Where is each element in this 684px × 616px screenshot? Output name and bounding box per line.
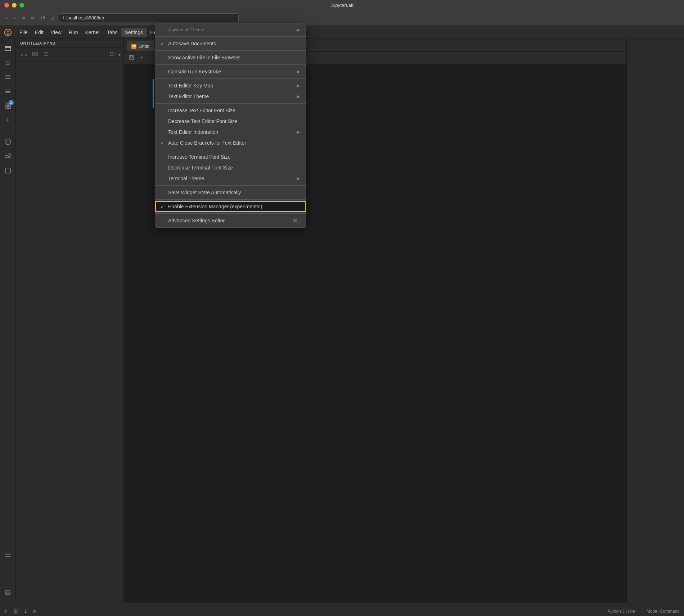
svg-point-12 — [7, 142, 8, 144]
menu-edit[interactable]: Edit — [31, 28, 47, 37]
menu-text-editor-theme[interactable]: Text Editor Theme ▶ — [155, 91, 306, 102]
separator-6 — [155, 150, 306, 150]
advanced-settings-shortcut: ⌘ , — [293, 218, 300, 223]
separator-3 — [155, 64, 306, 65]
extensions-badge: 1 — [9, 100, 14, 105]
svg-rect-2 — [5, 90, 10, 90]
menu-file[interactable]: File — [16, 28, 31, 37]
icon-sidebar: ◻ 1 + — [0, 39, 16, 603]
sidebar-icon-tabs[interactable] — [1, 85, 14, 98]
menu-console-run-keystroke[interactable]: Console Run Keystroke ▶ — [155, 66, 306, 77]
menu-save-widget-state[interactable]: Save Widget State Automatically — [155, 187, 306, 198]
menu-terminal-theme[interactable]: Terminal Theme ▶ — [155, 173, 306, 184]
menu-auto-close-brackets[interactable]: ✓ Auto Close Brackets for Text Editor — [155, 137, 306, 148]
add-cell-button[interactable]: + — [138, 53, 145, 63]
status-terminal-icon[interactable]: $ — [13, 608, 19, 615]
menu-view[interactable]: View — [47, 28, 65, 37]
settings-menu: JupyterLab Theme ▶ ✓ Autosave Documents … — [155, 23, 306, 228]
code-toggle-button[interactable]: < > — [19, 51, 29, 59]
menu-settings[interactable]: Settings — [121, 28, 147, 37]
sidebar-icon-palette[interactable] — [1, 135, 14, 148]
url-text: localhost:8888/lab — [66, 15, 104, 21]
back-button[interactable]: ‹ — [4, 13, 9, 23]
separator-7 — [155, 185, 306, 186]
settings-dropdown: JupyterLab Theme ▶ ✓ Autosave Documents … — [155, 23, 306, 228]
save-button[interactable] — [127, 54, 136, 63]
extension-check: ✓ — [160, 204, 164, 209]
keymap-submenu-arrow: ▶ — [297, 83, 300, 88]
menu-increase-terminal-font[interactable]: Increase Terminal Font Size — [155, 151, 306, 162]
tab-forward-button[interactable]: ⊳ — [30, 14, 36, 22]
notebook-tab-label: Untitl — [139, 44, 149, 49]
theme-arrow: JupyterLab Theme — [168, 27, 204, 32]
status-zero-label: 0 — [4, 609, 7, 614]
menu-text-editor-indentation[interactable]: Text Editor Indentation ▶ — [155, 127, 306, 137]
status-settings-cog[interactable]: ⚙ — [32, 609, 36, 614]
autosave-check: ✓ — [160, 41, 164, 46]
main-layout: ◻ 1 + — [0, 39, 684, 603]
separator-8 — [155, 199, 306, 200]
separator-1 — [155, 36, 306, 37]
status-bar: 0 $ 1 ⚙ Python 3 | Idle Mode: Command — [0, 606, 684, 616]
notebook-toolbar: < > ▾ — [16, 48, 123, 62]
svg-rect-17 — [130, 58, 133, 59]
home-button[interactable]: ⌂ — [50, 13, 56, 23]
notebook-tab[interactable]: NB Untitl — [127, 41, 154, 51]
reload-button[interactable]: ↺ — [39, 13, 47, 23]
window-title: JupyterLab — [330, 3, 354, 8]
file-panel-title: UNTITLED.IPYNB — [16, 39, 123, 48]
theme-submenu-arrow: ▶ — [297, 27, 300, 32]
menu-kernel[interactable]: Kernel — [81, 28, 103, 37]
sidebar-icon-list[interactable] — [1, 548, 14, 561]
menu-bar: File Edit View Run Kernel Tabs Settings … — [0, 26, 684, 39]
menu-text-editor-key-map[interactable]: Text Editor Key Map ▶ — [155, 80, 306, 91]
tab-back-button[interactable]: ⊲ — [20, 14, 27, 22]
status-python-kernel[interactable]: Python 3 | Idle — [607, 609, 635, 614]
svg-point-10 — [6, 141, 7, 142]
sidebar-icon-wrench[interactable] — [1, 150, 14, 163]
markdown-button[interactable] — [31, 50, 40, 59]
svg-rect-3 — [5, 91, 10, 92]
sidebar-icon-puzzle[interactable] — [1, 586, 14, 599]
sidebar-icon-commands[interactable] — [1, 71, 14, 83]
separator-9 — [155, 213, 306, 214]
app-logo — [3, 27, 13, 37]
sidebar-icon-extensions[interactable]: 1 — [1, 99, 14, 112]
sidebar-icon-folder[interactable] — [1, 42, 14, 55]
svg-rect-16 — [130, 55, 132, 57]
address-bar[interactable]: ℹ localhost:8888/lab — [59, 13, 239, 22]
file-panel: UNTITLED.IPYNB < > ▾ — [16, 39, 124, 603]
menu-jupyterlab-theme[interactable]: JupyterLab Theme ▶ — [155, 25, 306, 35]
menu-advanced-settings[interactable]: Advanced Settings Editor ⌘ , — [155, 215, 306, 226]
maximize-button[interactable] — [19, 3, 24, 8]
list-button[interactable] — [41, 50, 51, 59]
svg-rect-5 — [5, 103, 8, 105]
forward-button[interactable]: › — [12, 13, 17, 23]
traffic-lights — [4, 3, 24, 8]
svg-rect-1 — [5, 46, 11, 51]
separator-2 — [155, 50, 306, 51]
sidebar-icon-running[interactable]: ◻ — [1, 56, 14, 69]
svg-rect-7 — [5, 106, 8, 109]
menu-autosave-documents[interactable]: ✓ Autosave Documents — [155, 38, 306, 49]
status-one: 1 — [24, 609, 27, 614]
menu-increase-text-font[interactable]: Increase Text Editor Font Size — [155, 105, 306, 116]
editor-theme-submenu-arrow: ▶ — [297, 94, 300, 99]
right-panel — [626, 39, 684, 603]
sidebar-icon-plus[interactable]: + — [1, 114, 14, 127]
menu-show-active-file[interactable]: Show Active File in File Browser — [155, 52, 306, 63]
menu-enable-extension-manager[interactable]: ✓ Enable Extension Manager (experimental… — [155, 201, 306, 212]
indentation-submenu-arrow: ▶ — [297, 130, 300, 135]
sidebar-icon-box[interactable] — [1, 164, 14, 177]
close-button[interactable] — [4, 3, 9, 8]
status-zero: 0 — [4, 609, 7, 614]
menu-run[interactable]: Run — [65, 28, 82, 37]
menu-decrease-terminal-font[interactable]: Decrease Terminal Font Size — [155, 162, 306, 173]
tag-button[interactable] — [108, 50, 117, 59]
svg-point-14 — [111, 54, 112, 54]
menu-decrease-text-font[interactable]: Decrease Text Editor Font Size — [155, 116, 306, 127]
menu-tabs[interactable]: Tabs — [103, 28, 121, 37]
minimize-button[interactable] — [12, 3, 17, 8]
svg-point-9 — [5, 139, 11, 145]
svg-rect-8 — [8, 106, 11, 109]
